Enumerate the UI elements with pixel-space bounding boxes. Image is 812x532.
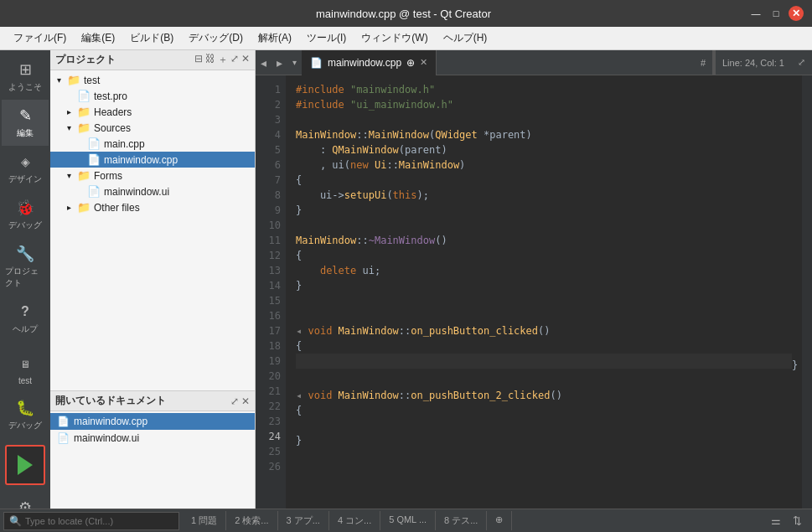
- help-icon: ?: [16, 302, 34, 321]
- add-icon[interactable]: ＋: [218, 53, 228, 67]
- sidebar-label-help: ヘルプ: [13, 323, 38, 335]
- tab-close-button[interactable]: ✕: [420, 57, 427, 68]
- status-tab-search[interactable]: 2 検索...: [226, 511, 277, 530]
- sidebar-label-debug2: デバッグ: [8, 420, 42, 431]
- file-icon: 📄: [77, 90, 91, 102]
- doc-label: mainwindow.cpp: [74, 416, 147, 427]
- project-panel: プロジェクト ⊟ ⛓ ＋ ⤢ ✕ ▾ 📁 test: [50, 50, 255, 391]
- sidebar-label-project: プロジェクト: [5, 266, 45, 289]
- search-icon[interactable]: #: [694, 58, 712, 68]
- status-tab-console[interactable]: 4 コン...: [329, 511, 380, 530]
- sidebar-label-edit: 編集: [17, 127, 34, 139]
- sidebar-item-welcome[interactable]: ⊞ ようこそ: [2, 54, 49, 100]
- status-tab-issues[interactable]: 1 問題: [183, 511, 226, 530]
- tree-label: mainwindow.ui: [104, 186, 169, 198]
- menu-build[interactable]: ビルド(B): [123, 29, 180, 47]
- status-tab-test[interactable]: 8 テス...: [436, 511, 487, 530]
- open-docs-icons: ⤢ ✕: [230, 395, 250, 407]
- project-panel-header: プロジェクト ⊟ ⛓ ＋ ⤢ ✕: [50, 50, 255, 70]
- arrow-icon: ▾: [67, 123, 77, 132]
- tree-item-test-pro[interactable]: 📄 test.pro: [50, 88, 255, 104]
- tree-item-other-files[interactable]: ▸ 📁 Other files: [50, 199, 255, 215]
- sidebar-item-debug[interactable]: 🐞 デバッグ: [2, 192, 49, 238]
- tree-item-forms[interactable]: ▾ 📁 Forms: [50, 168, 255, 183]
- nav-dropdown-button[interactable]: ▾: [287, 54, 302, 70]
- tree-label: test.pro: [94, 90, 127, 102]
- sidebar-item-edit[interactable]: ✎ 編集: [2, 100, 49, 146]
- sidebar-item-device[interactable]: 🖥 test: [2, 349, 49, 392]
- tab-label: mainwindow.cpp: [328, 57, 401, 69]
- project-icon: 🔧: [16, 245, 34, 263]
- link-icon[interactable]: ⛓: [205, 53, 215, 67]
- sidebar-item-project[interactable]: 🔧 プロジェクト: [2, 238, 49, 296]
- menu-analyze[interactable]: 解析(A): [251, 29, 298, 47]
- editor-tab-bar: ◂ ▸ ▾ 📄 mainwindow.cpp ⊕ ✕ # Line: 24, C…: [256, 50, 812, 75]
- sidebar-item-help[interactable]: ? ヘルプ: [2, 296, 49, 342]
- folder-icon: 📁: [67, 74, 80, 86]
- nav-forward-button[interactable]: ▸: [272, 53, 287, 73]
- menu-window[interactable]: ウィンドウ(W): [354, 29, 434, 47]
- scrollbar[interactable]: [802, 75, 812, 509]
- menu-debug[interactable]: デバッグ(D): [182, 29, 250, 47]
- editor-tab-mainwindow-cpp[interactable]: 📄 mainwindow.cpp ⊕ ✕: [302, 50, 437, 75]
- menu-help[interactable]: ヘルプ(H): [437, 29, 494, 47]
- tree-label: main.cpp: [104, 138, 145, 150]
- run-triangle-icon: [18, 455, 33, 475]
- expand-editor-icon[interactable]: ⤢: [791, 57, 812, 68]
- edit-icon: ✎: [16, 106, 34, 125]
- sidebar-item-debug2[interactable]: 🐛 デバッグ: [2, 392, 49, 438]
- tree-label: Sources: [94, 122, 131, 134]
- settings-icon: ⚙: [16, 498, 34, 509]
- open-docs-title: 開いているドキュメント: [55, 394, 166, 408]
- doc-item-mainwindow-ui[interactable]: 📄 mainwindow.ui: [50, 430, 255, 447]
- status-logs-icon[interactable]: ⚌: [768, 513, 784, 529]
- tree-label: mainwindow.cpp: [104, 154, 178, 166]
- debug-icon: 🐞: [16, 199, 34, 217]
- sidebar-label-design: デザイン: [8, 173, 42, 185]
- menu-file[interactable]: ファイル(F): [7, 29, 73, 47]
- device-icon: 🖥: [16, 355, 34, 374]
- sidebar-item-design[interactable]: ◈ デザイン: [2, 146, 49, 192]
- sidebar-item-settings[interactable]: ⚙: [2, 492, 49, 509]
- tree-label: Headers: [94, 106, 132, 118]
- sidebar: ⊞ ようこそ ✎ 編集 ◈ デザイン 🐞 デバッグ 🔧 プロジェクト ? ヘルプ…: [0, 50, 50, 509]
- close-button[interactable]: ✕: [789, 6, 804, 21]
- menu-edit[interactable]: 編集(E): [75, 29, 122, 47]
- title-bar: mainwindow.cpp @ test - Qt Creator — □ ✕: [0, 0, 812, 27]
- nav-back-button[interactable]: ◂: [256, 53, 272, 73]
- tree-item-mainwindow-ui[interactable]: 📄 mainwindow.ui: [50, 183, 255, 199]
- cpp-file-icon: 📄: [57, 416, 70, 427]
- expand-icon[interactable]: ⤢: [230, 53, 239, 67]
- menu-tools[interactable]: ツール(I): [300, 29, 353, 47]
- tree-item-mainwindow-cpp[interactable]: 📄 mainwindow.cpp: [50, 152, 255, 168]
- locate-input[interactable]: [25, 516, 159, 526]
- close-panel-icon[interactable]: ✕: [241, 395, 250, 407]
- status-tab-app[interactable]: 3 アプ...: [278, 511, 329, 530]
- expand-icon[interactable]: ⤢: [230, 395, 239, 407]
- status-tab-dropdown[interactable]: ⊕: [487, 511, 512, 530]
- tree-label: Other files: [94, 202, 140, 214]
- maximize-button[interactable]: □: [768, 6, 784, 21]
- open-docs-panel: 開いているドキュメント ⤢ ✕ 📄 mainwindow.cpp 📄 mainw…: [50, 391, 255, 509]
- status-tab-qml[interactable]: 5 QML ...: [380, 511, 436, 530]
- tree-item-sources[interactable]: ▾ 📁 Sources: [50, 120, 255, 136]
- status-layout-icon[interactable]: ⇅: [789, 513, 805, 529]
- minimize-button[interactable]: —: [748, 6, 763, 21]
- sidebar-label-welcome: ようこそ: [8, 81, 42, 93]
- doc-item-mainwindow-cpp[interactable]: 📄 mainwindow.cpp: [50, 413, 255, 430]
- doc-label: mainwindow.ui: [74, 432, 139, 444]
- filter-icon[interactable]: ⊟: [194, 53, 203, 67]
- menu-bar: ファイル(F) 編集(E) ビルド(B) デバッグ(D) 解析(A) ツール(I…: [0, 27, 812, 50]
- code-editor[interactable]: #include "mainwindow.h" #include "ui_mai…: [286, 75, 802, 509]
- tree-item-test[interactable]: ▾ 📁 test: [50, 72, 255, 88]
- close-panel-icon[interactable]: ✕: [241, 53, 250, 67]
- sidebar-label-debug: デバッグ: [8, 220, 42, 231]
- folder-icon: 📁: [77, 121, 91, 134]
- tree-item-headers[interactable]: ▸ 📁 Headers: [50, 104, 255, 120]
- open-docs-header: 開いているドキュメント ⤢ ✕: [50, 391, 255, 411]
- tree-item-main-cpp[interactable]: 📄 main.cpp: [50, 136, 255, 152]
- welcome-icon: ⊞: [16, 60, 34, 79]
- run-button[interactable]: [5, 445, 45, 485]
- project-panel-icons: ⊟ ⛓ ＋ ⤢ ✕: [194, 53, 250, 67]
- locate-search[interactable]: 🔍: [3, 512, 179, 530]
